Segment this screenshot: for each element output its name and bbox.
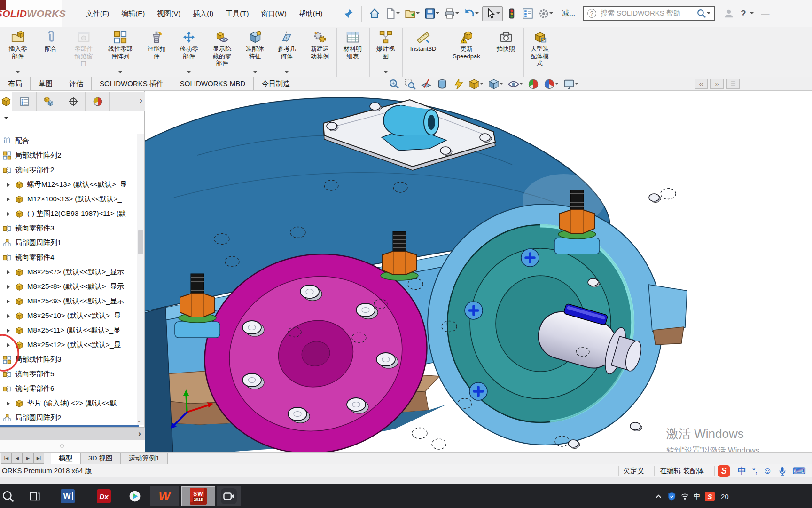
view-settings-button[interactable] (563, 78, 579, 90)
ribbon-button[interactable]: 配合 (35, 28, 67, 77)
options-list-button[interactable] (521, 6, 535, 21)
network-icon[interactable] (680, 492, 689, 501)
menu-item[interactable]: 帮助(H) (293, 0, 329, 27)
menu-item[interactable]: 视图(V) (151, 0, 187, 27)
pin-icon[interactable] (342, 6, 356, 21)
tree-item[interactable]: 垫片 (输入轴) <2> (默认<<默 (0, 396, 137, 411)
view-orientation-button[interactable] (468, 78, 484, 90)
panel-expand-icon[interactable]: › (140, 95, 142, 105)
sheet-nav-button[interactable]: ▶| (33, 453, 44, 464)
panel-tab-configuration[interactable] (37, 92, 61, 111)
select-cursor-button[interactable] (482, 6, 503, 21)
panel-tab-display-manager[interactable] (86, 92, 110, 111)
rebuild-traffic-button[interactable] (505, 6, 519, 21)
dropdown-caret-icon[interactable] (416, 12, 420, 16)
tree-item[interactable]: 镜向零部件3 (0, 221, 137, 236)
tree-item[interactable]: M8×25<11> (默认<<默认>_显 (0, 323, 137, 338)
open-button[interactable] (403, 6, 421, 21)
tree-item[interactable]: 局部圆周阵列1 (0, 236, 137, 250)
help-button[interactable]: ? (741, 8, 746, 19)
search-input[interactable]: ? 搜索 SOLIDWORKS 帮助 (583, 6, 715, 21)
panel-tab-feature-tree[interactable] (12, 92, 37, 111)
ribbon-button[interactable]: 大型装配体模式 (523, 28, 555, 77)
sheet-nav-button[interactable]: |◀ (1, 453, 12, 464)
new-document-button[interactable] (383, 6, 401, 21)
resize-handle-icon[interactable] (60, 444, 64, 448)
task-view-taskbar-button[interactable] (26, 486, 43, 506)
tree-flyout-caret-icon[interactable] (4, 117, 8, 121)
apply-scene-button[interactable] (543, 78, 559, 90)
expand-arrow-icon[interactable] (2, 329, 15, 333)
hide-show-items-button[interactable] (508, 78, 523, 90)
expand-arrow-icon[interactable] (2, 285, 15, 289)
dropdown-caret-icon[interactable] (475, 12, 479, 16)
help-caret-icon[interactable] (750, 12, 754, 16)
print-button[interactable] (443, 6, 461, 21)
ime-keyboard-icon[interactable]: ⌨ (792, 465, 806, 476)
sheet-nav-button[interactable]: ▶ (23, 453, 33, 464)
dropdown-caret-icon[interactable] (436, 12, 439, 16)
tree-item[interactable]: 镜向零部件5 (0, 367, 137, 381)
ribbon-button[interactable]: 参考几何体 (271, 28, 303, 77)
ribbon-button[interactable]: 更新 Speedpak (445, 28, 488, 77)
expand-arrow-icon[interactable] (2, 270, 15, 274)
search-magnifier-icon[interactable] (696, 8, 707, 19)
settings-gear-button[interactable] (537, 6, 554, 21)
ribbon-button[interactable]: 智能扣件 (140, 28, 173, 77)
screen-recorder-taskbar-button[interactable] (217, 486, 241, 506)
scrollbar-down-icon[interactable]: › (136, 421, 143, 423)
ime-emoji-icon[interactable]: ☺ (763, 466, 772, 476)
ime-microphone-icon[interactable] (778, 466, 787, 476)
ribbon-button[interactable]: 爆炸视图 (369, 28, 401, 77)
panel-collapse-icon[interactable]: › (138, 429, 141, 438)
panel-tab-dimxpert[interactable] (61, 92, 86, 111)
display-mode-button[interactable] (436, 78, 448, 90)
command-tab[interactable]: 今日制造 (254, 77, 298, 90)
dropdown-caret-icon[interactable] (253, 71, 257, 75)
ime-punctuation-icon[interactable]: °, (752, 467, 757, 475)
tree-item[interactable]: 局部圆周阵列2 (0, 411, 137, 425)
shield-icon[interactable] (667, 492, 676, 501)
chevrons-right-icon[interactable]: ›› (710, 79, 724, 89)
selected-bolt[interactable] (521, 249, 539, 267)
selected-bolt[interactable] (465, 302, 483, 319)
ribbon-button[interactable]: Instant3D (402, 28, 444, 77)
tree-item[interactable]: 螺母M12<13> (默认<<默认>_显 (0, 177, 137, 192)
tree-item[interactable]: 配合 (0, 134, 137, 148)
expand-arrow-icon[interactable] (2, 314, 15, 318)
tree-item[interactable]: 局部线性阵列2 (0, 148, 137, 163)
ribbon-button[interactable]: 新建运动算例 (304, 28, 336, 77)
gearbox-assembly-model[interactable] (145, 91, 812, 452)
expand-arrow-icon[interactable] (2, 212, 15, 216)
dropdown-caret-icon[interactable] (16, 71, 20, 75)
dropdown-caret-icon[interactable] (480, 83, 484, 87)
tree-item[interactable]: 镜向零部件6 (0, 381, 137, 396)
sogou-logo-icon[interactable]: S (718, 465, 730, 477)
dropdown-caret-icon[interactable] (384, 71, 388, 75)
ime-lang-badge[interactable]: 中 (694, 492, 701, 501)
dropdown-caret-icon[interactable] (285, 71, 289, 75)
word-taskbar-button[interactable]: W (58, 486, 77, 506)
chevrons-left-icon[interactable]: ‹‹ (695, 79, 708, 89)
display-style-button[interactable] (488, 78, 504, 90)
menu-item[interactable]: 窗口(W) (255, 0, 292, 27)
tree-item[interactable]: 局部线性阵列3 (0, 352, 137, 367)
sogou-icon[interactable]: S (705, 492, 715, 501)
hidden-lines-button[interactable] (452, 78, 464, 90)
dropdown-caret-icon[interactable] (575, 83, 578, 87)
command-tab[interactable]: SOLIDWORKS MBD (172, 77, 254, 90)
w-orange-taskbar-button[interactable]: W (150, 486, 179, 506)
dropdown-caret-icon[interactable] (519, 83, 523, 87)
dropdown-caret-icon[interactable] (500, 83, 503, 87)
tree-item[interactable]: 镜向零部件4 (0, 250, 137, 265)
tree-item[interactable]: M8×25<10> (默认<<默认>_显 (0, 309, 137, 323)
sheet-tab[interactable]: 模型 (51, 453, 80, 464)
menu-item[interactable]: 工具(T) (219, 0, 255, 27)
solidworks-taskbar-button[interactable]: SW2018 (181, 486, 215, 506)
ribbon-button[interactable]: 插入零部件 (1, 28, 35, 77)
minimize-button[interactable]: — (761, 8, 772, 18)
tree-item[interactable]: (-) 垫圈12(GB93-1987)<11> (默 (0, 206, 137, 221)
dropdown-caret-icon[interactable] (549, 12, 553, 16)
tree-item[interactable]: M8×25<8> (默认<<默认>_显示 (0, 279, 137, 294)
selected-bolt[interactable] (469, 382, 487, 400)
